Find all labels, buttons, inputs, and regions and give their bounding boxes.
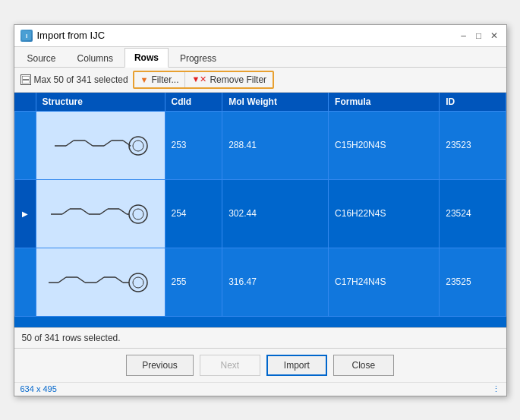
svg-point-36 [133, 277, 143, 288]
cell-cdid-2: 254 [165, 179, 222, 248]
svg-line-29 [77, 277, 85, 283]
svg-line-31 [96, 277, 104, 283]
cell-id-1: 23523 [440, 111, 506, 179]
svg-line-20 [100, 209, 108, 214]
remove-filter-label: Remove Filter [210, 74, 266, 85]
svg-line-22 [119, 209, 127, 214]
toolbar: Max 50 of 341 selected ▼ Filter... ▼✕ Re… [14, 68, 506, 93]
cell-molweight-3: 316.47 [222, 248, 329, 316]
cell-cdid-1: 253 [165, 111, 222, 179]
row-indicator [14, 111, 36, 179]
col-header-molweight[interactable]: Mol Weight [222, 93, 329, 112]
tab-source[interactable]: Source [17, 49, 66, 68]
cell-structure-2 [36, 179, 165, 248]
svg-line-16 [62, 209, 70, 214]
svg-text:I: I [25, 33, 27, 39]
selection-status: 50 of 341 rows selected. [22, 333, 121, 343]
cell-molweight-2: 302.44 [222, 179, 329, 248]
cell-cdid-3: 255 [165, 248, 222, 316]
col-header-id[interactable]: ID [440, 93, 506, 112]
row-arrow-indicator: ▶ [14, 179, 36, 248]
cell-formula-2: C16H22N4S [329, 179, 440, 248]
previous-button[interactable]: Previous [126, 355, 194, 376]
col-header-empty [14, 93, 36, 112]
tab-rows[interactable]: Rows [124, 48, 169, 68]
filter-label: Filter... [151, 74, 178, 85]
svg-point-25 [133, 209, 143, 219]
title-buttons: – □ ✕ [458, 30, 500, 42]
resize-handle[interactable]: ⋮ [492, 384, 500, 394]
filter-icon: ▼ [140, 75, 149, 84]
close-button-main[interactable]: Close [333, 355, 394, 376]
tab-progress[interactable]: Progress [170, 49, 226, 68]
row-indicator-3 [14, 248, 36, 316]
svg-point-35 [129, 273, 147, 292]
tab-columns[interactable]: Columns [68, 49, 123, 68]
cell-formula-1: C15H20N4S [329, 111, 440, 179]
bottom-status: 634 x 495 ⋮ [14, 382, 506, 396]
remove-filter-button[interactable]: ▼✕ Remove Filter [185, 72, 273, 87]
checkbox-icon [20, 74, 31, 85]
svg-line-27 [58, 277, 66, 283]
tab-bar: Source Columns Rows Progress [14, 47, 506, 68]
cell-id-3: 23525 [440, 248, 506, 316]
minimize-button[interactable]: – [458, 30, 470, 42]
table-row[interactable]: 255 316.47 C17H24N4S 23525 [14, 248, 506, 316]
svg-line-18 [81, 209, 89, 214]
window-title: Import from IJC [37, 30, 458, 41]
close-button[interactable]: ✕ [488, 30, 500, 42]
col-header-formula[interactable]: Formula [329, 93, 440, 112]
cell-formula-3: C17H24N4S [329, 248, 440, 316]
svg-point-13 [133, 141, 143, 151]
table-row[interactable]: 253 288.41 C15H20N4S 23523 [14, 111, 506, 179]
cell-molweight-1: 288.41 [222, 111, 329, 179]
import-button[interactable]: Import [266, 355, 327, 376]
maximize-button[interactable]: □ [473, 30, 485, 42]
cell-structure-3 [36, 248, 165, 316]
svg-line-33 [115, 277, 123, 283]
col-header-cdid[interactable]: CdId [165, 93, 222, 112]
cell-id-2: 23524 [440, 179, 506, 248]
max-selected-label: Max 50 of 341 selected [34, 74, 128, 85]
svg-line-5 [66, 141, 74, 146]
table-header-row: Structure CdId Mol Weight Formula ID [14, 93, 506, 112]
data-table: Structure CdId Mol Weight Formula ID [14, 93, 506, 317]
filter-button[interactable]: ▼ Filter... [134, 72, 186, 87]
svg-line-7 [85, 141, 93, 146]
table-row[interactable]: ▶ [14, 179, 506, 248]
main-window: I Import from IJC – □ ✕ Source Columns R… [14, 24, 507, 396]
button-bar: Previous Next Import Close [14, 348, 506, 382]
remove-filter-icon: ▼✕ [191, 74, 206, 84]
col-header-structure[interactable]: Structure [36, 93, 165, 112]
title-bar: I Import from IJC – □ ✕ [14, 25, 506, 47]
table-container[interactable]: Structure CdId Mol Weight Formula ID [14, 93, 506, 328]
filter-group: ▼ Filter... ▼✕ Remove Filter [133, 71, 274, 89]
status-bar: 50 of 341 rows selected. [14, 328, 506, 348]
svg-point-12 [129, 137, 147, 155]
svg-line-9 [104, 141, 112, 146]
cell-structure-1 [36, 111, 165, 179]
dimensions-label: 634 x 495 [20, 384, 57, 394]
next-button[interactable]: Next [200, 355, 260, 376]
app-icon: I [20, 30, 33, 42]
max-selected-info: Max 50 of 341 selected [20, 74, 128, 85]
svg-point-24 [129, 205, 147, 223]
